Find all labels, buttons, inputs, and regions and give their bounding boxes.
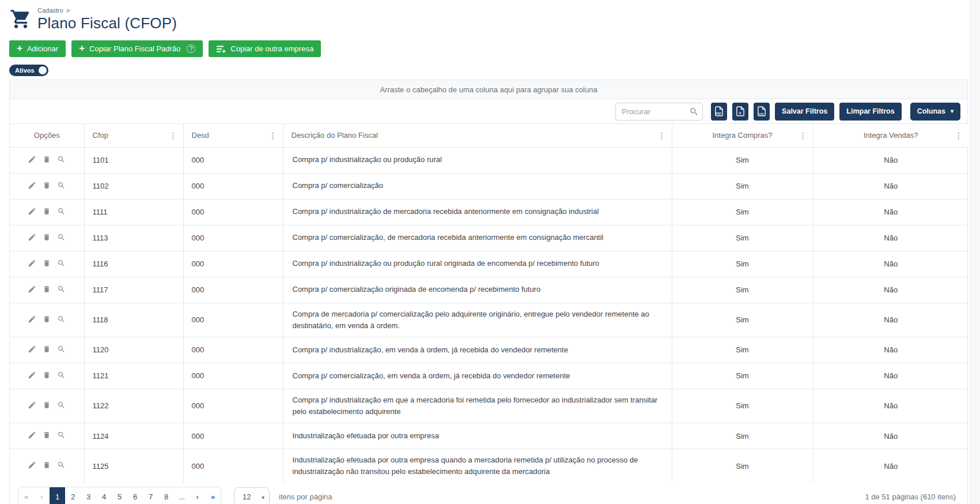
pager-page-button[interactable]: 4 bbox=[96, 487, 112, 504]
descricao-cell: Compra p/ industrialização de mercadoria… bbox=[283, 199, 672, 225]
view-icon[interactable] bbox=[57, 285, 66, 294]
pager-page-button[interactable]: 1 bbox=[50, 487, 65, 504]
pager-ellipsis[interactable]: ... bbox=[174, 487, 190, 504]
info-icon[interactable]: ? bbox=[187, 44, 195, 53]
delete-icon[interactable] bbox=[43, 233, 51, 242]
integra-vendas-cell: Não bbox=[813, 423, 968, 449]
delete-icon[interactable] bbox=[43, 259, 51, 268]
column-menu-icon[interactable]: ⋮ bbox=[656, 130, 668, 141]
view-icon[interactable] bbox=[57, 233, 66, 242]
pager-page-button[interactable]: 3 bbox=[81, 487, 96, 504]
view-icon[interactable] bbox=[57, 259, 66, 268]
add-button[interactable]: + Adicionar bbox=[9, 40, 66, 57]
view-icon[interactable] bbox=[57, 401, 66, 409]
delete-icon[interactable] bbox=[43, 181, 51, 190]
delete-icon[interactable] bbox=[43, 315, 51, 324]
integra-vendas-cell: Não bbox=[813, 303, 968, 337]
desd-cell: 000 bbox=[183, 277, 283, 303]
actives-toggle-label: Ativos bbox=[15, 67, 35, 74]
view-icon[interactable] bbox=[57, 315, 66, 324]
breadcrumb-item[interactable]: Cadastro bbox=[37, 7, 63, 14]
edit-icon[interactable] bbox=[28, 233, 36, 242]
search-icon[interactable] bbox=[689, 107, 699, 116]
pager-first-button[interactable]: « bbox=[18, 487, 34, 504]
view-icon[interactable] bbox=[57, 181, 66, 190]
edit-icon[interactable] bbox=[28, 371, 36, 379]
column-menu-icon[interactable]: ⋮ bbox=[797, 130, 809, 141]
clear-filters-button[interactable]: Limpar Filtros bbox=[839, 103, 901, 121]
edit-icon[interactable] bbox=[28, 315, 36, 324]
delete-icon[interactable] bbox=[43, 345, 51, 353]
copy-default-fiscal-plan-button[interactable]: + Copiar Plano Fiscal Padrão ? bbox=[71, 40, 203, 57]
edit-icon[interactable] bbox=[28, 345, 36, 353]
save-filters-button[interactable]: Salvar Filtros bbox=[775, 103, 834, 121]
column-header-integra-compras[interactable]: Integra Compras? ⋮ bbox=[672, 124, 813, 147]
column-header-descricao[interactable]: Descrição do Plano Fiscal ⋮ bbox=[283, 124, 672, 147]
column-menu-icon[interactable]: ⋮ bbox=[952, 130, 965, 141]
page-size-select[interactable]: 12 ▾ bbox=[234, 487, 270, 504]
edit-icon[interactable] bbox=[28, 461, 36, 469]
pager-page-button[interactable]: 5 bbox=[112, 487, 127, 504]
delete-icon[interactable] bbox=[43, 371, 51, 379]
delete-icon[interactable] bbox=[43, 401, 51, 409]
page-scroll-gutter bbox=[970, 0, 980, 504]
edit-icon[interactable] bbox=[28, 259, 36, 268]
column-header-cfop[interactable]: Cfop ⋮ bbox=[84, 124, 183, 147]
table-row: 1111 000 Compra p/ industrialização de m… bbox=[10, 199, 968, 225]
edit-icon[interactable] bbox=[28, 401, 36, 409]
integra-compras-cell: Sim bbox=[672, 337, 813, 363]
descricao-cell: Compra de mercadoria p/ comercialização … bbox=[283, 303, 672, 337]
copy-from-company-button[interactable]: Copiar de outra empresa bbox=[209, 40, 321, 57]
pager-prev-button[interactable]: ‹ bbox=[34, 487, 50, 504]
cfop-cell: 1111 bbox=[84, 199, 183, 225]
group-by-drop-zone[interactable]: Arraste o cabeçalho de uma coluna aqui p… bbox=[10, 80, 967, 99]
desd-cell: 000 bbox=[183, 423, 283, 449]
columns-button[interactable]: Colunas ▾ bbox=[910, 103, 960, 121]
integra-vendas-cell: Não bbox=[813, 199, 968, 225]
pager-last-button[interactable]: » bbox=[205, 487, 221, 504]
edit-icon[interactable] bbox=[28, 155, 36, 164]
view-icon[interactable] bbox=[57, 155, 66, 164]
descricao-cell: Compra p/ comercialização, em venda à or… bbox=[283, 363, 672, 389]
delete-icon[interactable] bbox=[43, 155, 51, 164]
delete-icon[interactable] bbox=[43, 431, 51, 439]
pager-page-button[interactable]: 6 bbox=[127, 487, 143, 504]
view-icon[interactable] bbox=[57, 461, 66, 469]
desd-cell: 000 bbox=[183, 389, 283, 423]
desd-cell: 000 bbox=[183, 147, 283, 173]
column-menu-icon[interactable]: ⋮ bbox=[267, 130, 279, 141]
view-icon[interactable] bbox=[57, 371, 66, 379]
delete-icon[interactable] bbox=[43, 207, 51, 216]
export-pdf-button[interactable]: PDF bbox=[711, 103, 727, 121]
desd-cell: 000 bbox=[183, 199, 283, 225]
view-icon[interactable] bbox=[57, 345, 66, 353]
table-body: 1101 000 Compra p/ industrialização ou p… bbox=[10, 147, 968, 483]
view-icon[interactable] bbox=[57, 207, 66, 216]
edit-icon[interactable] bbox=[28, 181, 36, 190]
desd-cell: 000 bbox=[183, 363, 283, 389]
export-csv-button[interactable]: CSV bbox=[754, 103, 770, 121]
delete-icon[interactable] bbox=[43, 285, 51, 294]
column-header-integra-vendas[interactable]: Integra Vendas? ⋮ bbox=[813, 124, 968, 147]
pager-page-button[interactable]: 8 bbox=[158, 487, 174, 504]
chevron-down-icon: ▾ bbox=[262, 494, 264, 501]
table-row: 1118 000 Compra de mercadoria p/ comerci… bbox=[10, 303, 968, 337]
edit-icon[interactable] bbox=[28, 431, 36, 439]
export-excel-button[interactable]: X bbox=[732, 103, 748, 121]
delete-icon[interactable] bbox=[43, 461, 51, 469]
actives-toggle[interactable]: Ativos bbox=[9, 65, 48, 76]
desd-cell: 000 bbox=[183, 225, 283, 251]
pager-page-button[interactable]: 2 bbox=[65, 487, 81, 504]
column-header-desd[interactable]: Desd ⋮ bbox=[183, 124, 283, 147]
toggle-knob bbox=[39, 66, 47, 74]
row-actions-cell bbox=[10, 449, 84, 483]
column-menu-icon[interactable]: ⋮ bbox=[167, 130, 180, 141]
edit-icon[interactable] bbox=[28, 285, 36, 294]
pager-summary: 1 de 51 páginas (610 itens) bbox=[865, 492, 962, 501]
integra-vendas-cell: Não bbox=[813, 449, 968, 483]
pager-next-button[interactable]: › bbox=[190, 487, 205, 504]
cfop-cell: 1118 bbox=[84, 303, 183, 337]
view-icon[interactable] bbox=[57, 431, 66, 439]
edit-icon[interactable] bbox=[28, 207, 36, 216]
pager-page-button[interactable]: 7 bbox=[143, 487, 158, 504]
